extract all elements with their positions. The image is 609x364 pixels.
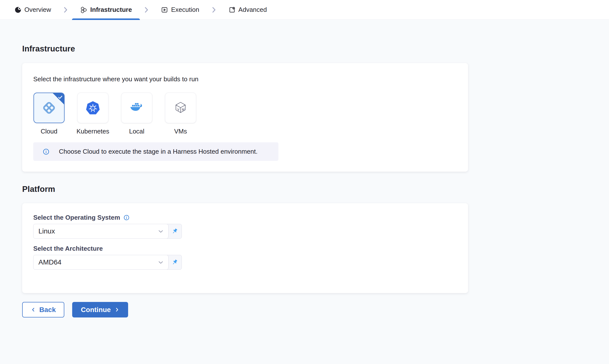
infrastructure-options: Cloud xyxy=(33,93,457,135)
docker-icon xyxy=(129,100,144,116)
os-select[interactable]: Linux xyxy=(33,224,169,239)
chevron-right-icon xyxy=(114,307,119,312)
back-button-label: Back xyxy=(39,306,56,314)
tile-vms[interactable]: V M xyxy=(165,93,196,123)
arch-select-value: AMD64 xyxy=(38,258,61,266)
os-label: Select the Operating System xyxy=(33,214,457,221)
tile-label-local: Local xyxy=(129,128,144,135)
cloud-info-banner: Choose Cloud to execute the stage in a H… xyxy=(33,142,278,161)
execution-icon xyxy=(161,6,168,14)
arch-label: Select the Architecture xyxy=(33,245,457,252)
tab-advanced[interactable]: Advanced xyxy=(220,0,275,20)
tab-label: Advanced xyxy=(238,6,267,14)
infrastructure-option-local: Local xyxy=(121,93,152,135)
tile-label-cloud: Cloud xyxy=(41,128,57,135)
platform-card: Select the Operating System Linux xyxy=(22,203,468,293)
chevron-left-icon xyxy=(31,307,36,312)
tab-label: Overview xyxy=(24,6,51,14)
arch-select-row: AMD64 xyxy=(33,255,457,270)
infrastructure-option-cloud: Cloud xyxy=(33,93,65,135)
pin-icon xyxy=(171,228,178,235)
advanced-icon xyxy=(228,6,236,14)
chevron-down-icon xyxy=(157,228,164,235)
vm-cube-icon: V M xyxy=(173,101,188,115)
continue-button-label: Continue xyxy=(81,306,111,314)
tab-label: Infrastructure xyxy=(90,6,132,14)
platform-section-title: Platform xyxy=(22,185,609,194)
info-banner-text: Choose Cloud to execute the stage in a H… xyxy=(59,148,257,155)
os-select-row: Linux xyxy=(33,224,457,239)
infrastructure-section-title: Infrastructure xyxy=(22,44,609,53)
tab-overview[interactable]: Overview xyxy=(6,0,59,20)
infrastructure-prompt: Select the infrastructure where you want… xyxy=(33,75,457,83)
chevron-right-separator-icon xyxy=(210,6,218,14)
back-button[interactable]: Back xyxy=(22,302,64,317)
tile-label-kubernetes: Kubernetes xyxy=(77,128,109,135)
pin-icon xyxy=(171,259,178,266)
tile-cloud[interactable] xyxy=(34,93,65,123)
arch-select[interactable]: AMD64 xyxy=(33,255,169,270)
svg-text:V: V xyxy=(177,108,180,111)
overview-icon xyxy=(14,6,22,14)
infrastructure-option-vms: V M VMs xyxy=(165,93,196,135)
info-icon xyxy=(43,148,50,155)
chevron-right-separator-icon xyxy=(142,6,150,14)
wizard-footer-actions: Back Continue xyxy=(22,302,609,317)
infrastructure-icon xyxy=(80,6,87,14)
check-icon xyxy=(57,94,63,100)
os-select-value: Linux xyxy=(38,227,55,235)
info-icon[interactable] xyxy=(123,215,130,221)
stage-wizard-tab-bar: Overview Infrastructure Execution xyxy=(0,0,609,20)
arch-label-text: Select the Architecture xyxy=(33,245,103,252)
chevron-right-separator-icon xyxy=(62,6,69,14)
svg-text:M: M xyxy=(182,108,185,111)
tile-local[interactable] xyxy=(121,93,152,123)
infrastructure-card: Select the infrastructure where you want… xyxy=(22,63,468,172)
infrastructure-option-kubernetes: Kubernetes xyxy=(77,93,109,135)
tab-label: Execution xyxy=(171,6,199,14)
continue-button[interactable]: Continue xyxy=(72,302,128,317)
kubernetes-icon xyxy=(85,100,101,116)
chevron-down-icon xyxy=(157,259,164,266)
tile-label-vms: VMs xyxy=(174,128,187,135)
os-label-text: Select the Operating System xyxy=(33,214,120,221)
tile-kubernetes[interactable] xyxy=(77,93,108,123)
tab-execution[interactable]: Execution xyxy=(153,0,207,20)
stage-config-content: Infrastructure Select the infrastructure… xyxy=(0,20,609,317)
tab-infrastructure[interactable]: Infrastructure xyxy=(72,0,140,20)
